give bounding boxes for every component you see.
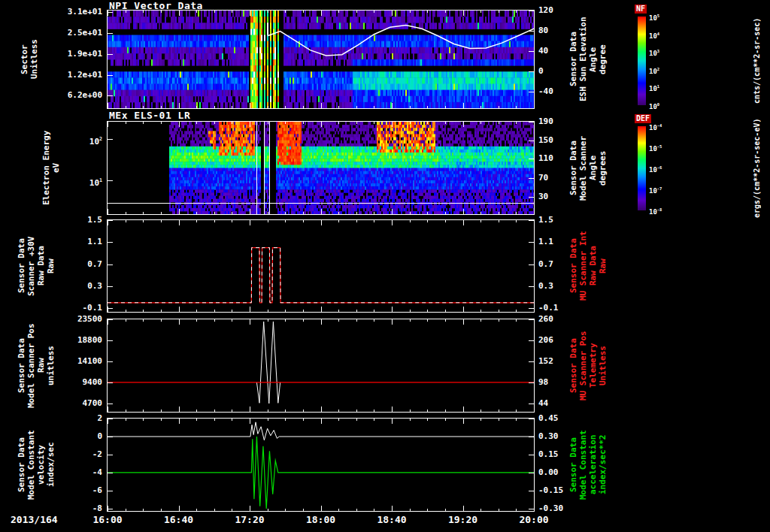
- plot-screen: NPI Vector Data MEx ELS-01 LR 2013/164 3…: [0, 0, 770, 532]
- panel-els-canvas: [108, 122, 534, 214]
- panel-p5-plot-area: [107, 418, 535, 512]
- axis-title-left-p3: Sensor DataScanner +30VRaw DataRaw: [17, 220, 56, 312]
- colorbar-label-nf: NF: [635, 5, 647, 14]
- date-label: 2013/164: [11, 514, 58, 525]
- axis-title-left-els: Electron EnergyeV: [41, 122, 61, 214]
- axis-tick-label-left: 0.7: [53, 260, 102, 269]
- axis-tick-label-left: -0.1: [53, 304, 102, 313]
- axis-tick-label-right: 0.45: [538, 414, 559, 423]
- colorbar-tick-label: 105: [649, 14, 659, 22]
- axis-tick-label-right: 40: [538, 47, 548, 56]
- colorbar-tick-label: 10-5: [649, 144, 662, 153]
- axis-tick-label-right: 0.30: [538, 432, 559, 441]
- time-tick-label: 18:40: [372, 514, 411, 525]
- axis-tick-label-left: 1.5: [53, 216, 102, 225]
- panel-p3-plot-area: [107, 219, 535, 313]
- axis-tick-label-right: 0.3: [538, 282, 553, 291]
- colorbar-units-nf: cnts/(cm**2-sr-sec): [752, 6, 762, 116]
- axis-tick-label-right: 0: [538, 67, 544, 76]
- axis-tick-label-right: -0.15: [538, 486, 563, 495]
- axis-tick-label-right: 70: [538, 174, 548, 183]
- axis-tick-label-right: -0.1: [538, 304, 559, 313]
- time-tick-label: 17:20: [230, 514, 269, 525]
- axis-tick-label-right: 190: [538, 117, 553, 126]
- panel-els-plot-area: [107, 121, 535, 215]
- colorbar-tick-label: 104: [649, 32, 659, 40]
- axis-tick-label-left: -6: [53, 486, 102, 495]
- panel-p4-canvas: [108, 319, 534, 412]
- axis-tick-label-left: 2: [53, 414, 102, 423]
- axis-tick-label-left: 9400: [53, 378, 102, 387]
- colorbar-tick-label: 101: [649, 84, 659, 92]
- panel-p4-plot-area: [107, 319, 535, 413]
- axis-tick-label-right: 120: [538, 6, 553, 15]
- axis-tick-label-right: 0.7: [538, 260, 553, 269]
- axis-tick-label-left: -2: [53, 450, 102, 459]
- panel-npi-plot-area: [107, 10, 535, 109]
- axis-title-right-p4: Sensor DataMU Scanner PosTelemetryUnitle…: [568, 319, 608, 412]
- axis-tick-label-right: 206: [538, 336, 553, 345]
- colorbar-units-def: ergs/(cm**2-sr-sec-eV): [752, 116, 762, 221]
- axis-tick-label-right: 152: [538, 357, 553, 366]
- axis-title-right-els: Sensor DataModel ScannerAngledegrees: [568, 122, 608, 214]
- colorbar-tick-label: 10-6: [649, 165, 662, 174]
- axis-tick-label-left: 4700: [53, 399, 102, 408]
- colorbar-label-def: DEF: [635, 114, 651, 123]
- colorbar-tick-label: 100: [649, 102, 659, 110]
- axis-tick-label-left: 0.3: [53, 282, 102, 291]
- colorbar-tick-label: 102: [649, 67, 659, 75]
- axis-tick-label-left: 2.5e+01: [53, 29, 102, 38]
- time-tick-label: 18:00: [302, 514, 341, 525]
- axis-title-right-p5: Sensor DataModel Constantaccelerationind…: [568, 419, 608, 511]
- axis-tick-label-left: 1.1: [53, 237, 102, 246]
- axis-tick-label-right: 30: [538, 192, 548, 201]
- axis-tick-label-left: 18800: [53, 336, 102, 345]
- axis-tick-label-right: 80: [538, 26, 548, 35]
- axis-tick-label-right: 98: [538, 378, 548, 387]
- axis-tick-label-right: 0.15: [538, 450, 559, 459]
- axis-tick-label-left: 0: [53, 432, 102, 441]
- axis-tick-label-right: 260: [538, 315, 553, 324]
- time-tick-label: 20:00: [514, 514, 553, 525]
- axis-tick-label-left: 6.2e+00: [53, 91, 102, 100]
- axis-tick-label-right: 44: [538, 399, 548, 408]
- axis-title-right-npi: Sensor DataESH Sun ElevationAngledegree: [568, 11, 608, 108]
- axis-tick-label-right: 110: [538, 154, 553, 163]
- axis-tick-label-right: -0.30: [538, 504, 563, 513]
- colorbar-nf: [638, 17, 646, 105]
- time-tick-label: 16:40: [159, 514, 199, 525]
- axis-tick-label-left: -8: [53, 504, 102, 513]
- axis-tick-label-left: 14100: [53, 357, 102, 366]
- axis-tick-label-left: -4: [53, 468, 102, 477]
- axis-tick-label-left: 23500: [53, 315, 102, 324]
- axis-tick-label-right: -40: [538, 87, 553, 96]
- axis-tick-label-right: 1.5: [538, 216, 553, 225]
- time-tick-label: 19:20: [444, 514, 483, 525]
- colorbar-tick-label: 10-7: [649, 186, 662, 195]
- colorbar-def: [638, 126, 646, 210]
- colorbar-tick-label: 10-4: [649, 123, 662, 131]
- colorbar-tick-label: 103: [649, 49, 659, 57]
- panel-p5-canvas: [108, 419, 534, 511]
- axis-tick-label-left: 1.9e+01: [53, 50, 102, 59]
- axis-title-left-npi: SectorUnitless: [20, 11, 39, 108]
- axis-tick-label-right: 0.00: [538, 468, 559, 477]
- axis-tick-label-left: 1.2e+01: [53, 71, 102, 80]
- colorbar-tick-label: 10-8: [649, 207, 662, 216]
- panel-title-els: MEx ELS-01 LR: [109, 110, 190, 121]
- axis-title-right-p3: Sensor DataMU Scanner IntRaw DataRaw: [568, 220, 608, 312]
- axis-tick-label-right: 150: [538, 136, 553, 145]
- panel-p3-canvas: [108, 220, 534, 312]
- panel-npi-canvas: [108, 11, 534, 108]
- axis-tick-label-right: 1.1: [538, 237, 553, 246]
- time-tick-label: 16:00: [88, 514, 127, 525]
- axis-title-left-p5: Sensor DataModel Constantvelocityindex/s…: [17, 419, 56, 511]
- axis-title-left-p4: Sensor DataModel Scanner PosRawunitless: [17, 319, 56, 412]
- axis-tick-label-left: 3.1e+01: [53, 8, 102, 17]
